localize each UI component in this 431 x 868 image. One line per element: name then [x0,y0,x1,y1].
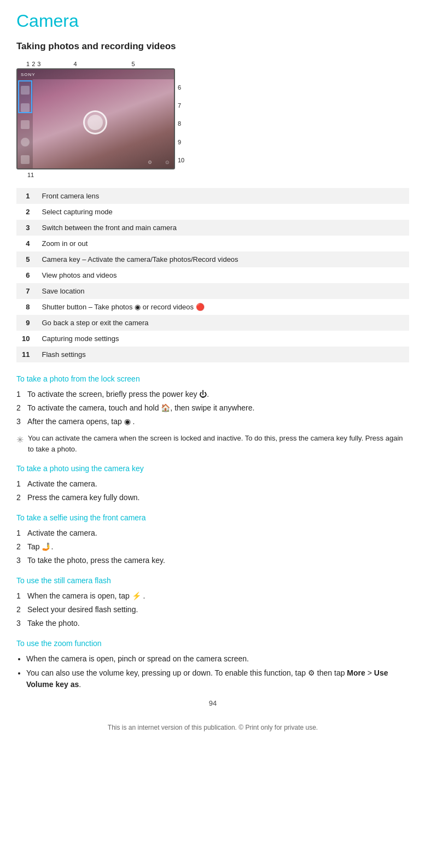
row-desc: Camera key – Activate the camera/Take ph… [36,251,409,267]
section-camera-key: To take a photo using the camera key1Act… [16,464,409,503]
step-number: 1 [16,590,24,602]
diagram-num-6: 6 [178,84,184,91]
page-title: Camera [16,11,409,31]
step-number: 1 [16,389,24,400]
table-row: 9Go back a step or exit the camera [16,315,409,331]
camera-info-table: 1Front camera lens2Select capturing mode… [16,188,409,362]
tip-icon: ✳ [16,433,24,447]
step-item: 1To activate the screen, briefly press t… [16,389,409,400]
step-text: Activate the camera. [27,478,97,490]
step-number: 2 [16,604,24,615]
row-num: 6 [16,267,36,283]
step-item: 2Select your desired flash setting. [16,604,409,615]
page-number: 94 [16,699,409,707]
step-item: 1Activate the camera. [16,527,409,539]
step-item: 3Take the photo. [16,618,409,629]
row-num: 4 [16,236,36,251]
step-item: 2Tap 🤳. [16,541,409,553]
section-flash: To use the still camera flash1When the c… [16,576,409,629]
step-text: To activate the camera, touch and hold 🏠… [27,402,254,414]
step-text: After the camera opens, tap ◉ . [27,416,135,427]
step-item: 2To activate the camera, touch and hold … [16,402,409,414]
table-row: 1Front camera lens [16,188,409,204]
row-desc: Flash settings [36,347,409,362]
step-number: 3 [16,555,24,566]
row-desc: Capturing mode settings [36,331,409,347]
section-lock-screen: To take a photo from the lock screen1To … [16,374,409,454]
table-row: 4Zoom in or out [16,236,409,251]
row-num: 8 [16,299,36,315]
diagram-num-11: 11 [27,172,34,178]
diagram-num-9: 9 [178,139,184,145]
step-text: Tap 🤳. [27,541,53,553]
table-row: 10Capturing mode settings [16,331,409,347]
table-row: 2Select capturing mode [16,204,409,220]
diagram-num-3: 3 [37,61,40,67]
table-row: 11Flash settings [16,347,409,362]
row-desc: View photos and videos [36,267,409,283]
step-text: Select your desired flash setting. [27,604,138,615]
step-item: 3After the camera opens, tap ◉ . [16,416,409,427]
bullet-item: When the camera is open, pinch or spread… [26,653,409,665]
table-row: 8Shutter button – Take photos ◉ or recor… [16,299,409,315]
section-heading: To use the zoom function [16,639,409,648]
camera-diagram: 1 2 3 4 5 SONY [16,61,409,178]
row-desc: Go back a step or exit the camera [36,315,409,331]
diagram-num-7: 7 [178,102,184,109]
step-text: To activate the screen, briefly press th… [27,389,209,400]
step-item: 2Press the camera key fully down. [16,492,409,503]
row-num: 2 [16,204,36,220]
step-number: 1 [16,478,24,490]
tip-text: You can activate the camera when the scr… [28,433,409,454]
step-text: Take the photo. [27,618,80,629]
row-desc: Shutter button – Take photos ◉ or record… [36,299,409,315]
section-heading: To use the still camera flash [16,576,409,585]
row-num: 5 [16,251,36,267]
diagram-num-5: 5 [132,61,135,67]
step-item: 1When the camera is open, tap ⚡ . [16,590,409,602]
step-text: Activate the camera. [27,527,97,539]
row-desc: Zoom in or out [36,236,409,251]
diagram-num-1: 1 [26,61,30,67]
bullet-item: You can also use the volume key, pressin… [26,667,409,690]
step-number: 2 [16,402,24,414]
table-row: 7Save location [16,283,409,299]
step-item: 1Activate the camera. [16,478,409,490]
row-num: 1 [16,188,36,204]
camera-body: SONY ⚙ ⊙ [16,68,175,169]
table-row: 6View photos and videos [16,267,409,283]
step-number: 3 [16,416,24,427]
step-item: 3To take the photo, press the camera key… [16,555,409,566]
row-desc: Select capturing mode [36,204,409,220]
step-text: To take the photo, press the camera key. [27,555,165,566]
step-number: 3 [16,618,24,629]
section-zoom: To use the zoom functionWhen the camera … [16,639,409,690]
section-heading: To take a selfie using the front camera [16,513,409,522]
row-num: 11 [16,347,36,362]
row-num: 7 [16,283,36,299]
diagram-num-8: 8 [178,120,184,127]
row-desc: Front camera lens [36,188,409,204]
diagram-num-2: 2 [32,61,35,67]
diagram-num-4: 4 [73,61,77,67]
row-num: 3 [16,220,36,236]
section-heading: To take a photo from the lock screen [16,374,409,383]
section-title: Taking photos and recording videos [16,41,409,52]
step-text: When the camera is open, tap ⚡ . [27,590,145,602]
step-number: 1 [16,527,24,539]
row-desc: Switch between the front and main camera [36,220,409,236]
tip-box: ✳You can activate the camera when the sc… [16,433,409,454]
section-heading: To take a photo using the camera key [16,464,409,473]
step-number: 2 [16,541,24,553]
step-text: Press the camera key fully down. [27,492,139,503]
step-number: 2 [16,492,24,503]
section-selfie: To take a selfie using the front camera1… [16,513,409,566]
row-num: 10 [16,331,36,347]
footer-disclaimer: This is an internet version of this publ… [16,724,409,731]
row-desc: Save location [36,283,409,299]
diagram-num-10: 10 [178,157,184,163]
row-num: 9 [16,315,36,331]
table-row: 5Camera key – Activate the camera/Take p… [16,251,409,267]
table-row: 3Switch between the front and main camer… [16,220,409,236]
